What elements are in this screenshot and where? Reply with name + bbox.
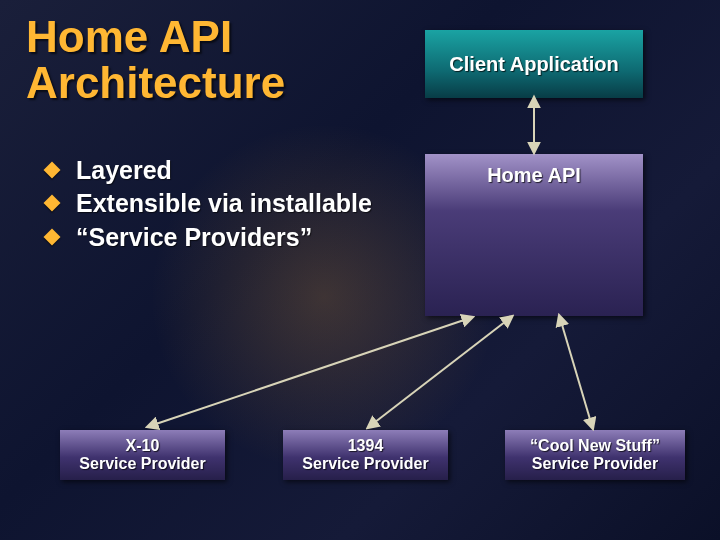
svg-line-1 [150,318,470,426]
bullet-item: Layered [40,155,400,186]
svg-line-3 [560,318,592,426]
bullet-item: Extensible via installable [40,188,400,219]
box-label: Client Application [449,53,618,76]
box-label: 1394 Service Provider [302,437,428,474]
bullet-diamond-icon [44,228,61,245]
bullet-text: “Service Providers” [76,222,312,253]
slide-title: Home API Architecture [26,14,285,106]
box-sp-1394: 1394 Service Provider [283,430,448,480]
box-client-application: Client Application [425,30,643,98]
box-label: Home API [487,164,581,187]
box-label: “Cool New Stuff” Service Provider [530,437,660,474]
box-label: X-10 Service Provider [79,437,205,474]
svg-line-2 [370,318,510,426]
bullet-list: Layered Extensible via installable “Serv… [40,155,400,255]
box-sp-cool: “Cool New Stuff” Service Provider [505,430,685,480]
box-home-api: Home API [425,154,643,316]
bullet-text: Extensible via installable [76,188,372,219]
bullet-item: “Service Providers” [40,222,400,253]
box-sp-x10: X-10 Service Provider [60,430,225,480]
slide: Home API Architecture Layered Extensible… [0,0,720,540]
bullet-text: Layered [76,155,172,186]
bullet-diamond-icon [44,162,61,179]
bullet-diamond-icon [44,195,61,212]
